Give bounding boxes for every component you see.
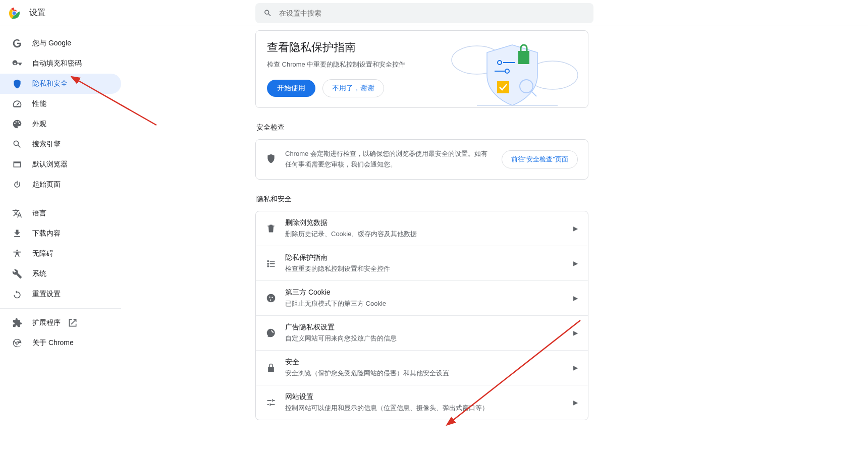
row-third-party-cookies[interactable]: 第三方 Cookie 已阻止无痕模式下的第三方 Cookie ▶ <box>256 280 588 315</box>
sidebar-item-label: 您与 Google <box>32 39 71 48</box>
chevron-right-icon: ▶ <box>573 295 578 302</box>
sidebar-item-you-and-google[interactable]: 您与 Google <box>0 33 121 53</box>
row-subtitle: 控制网站可以使用和显示的信息（位置信息、摄像头、弹出式窗口等） <box>285 404 573 413</box>
sidebar-item-label: 下载内容 <box>32 229 61 238</box>
sidebar-item-label: 搜索引擎 <box>32 140 61 149</box>
sidebar-separator <box>0 308 121 309</box>
sidebar-item-performance[interactable]: 性能 <box>0 94 121 114</box>
svg-rect-10 <box>497 81 509 93</box>
sidebar-item-autofill[interactable]: 自动填充和密码 <box>0 53 121 74</box>
sidebar-item-label: 起始页面 <box>32 180 61 189</box>
chrome-outline-icon <box>12 338 22 348</box>
row-title: 广告隐私权设置 <box>285 323 573 332</box>
key-icon <box>12 59 22 69</box>
row-subtitle: 删除历史记录、Cookie、缓存内容及其他数据 <box>285 230 573 239</box>
safety-check-card: Chrome 会定期进行检查，以确保您的浏览器使用最安全的设置。如有任何事项需要… <box>255 139 588 180</box>
svg-line-12 <box>531 91 536 96</box>
reset-icon <box>12 289 22 299</box>
sidebar-item-label: 扩展程序 <box>32 318 61 327</box>
row-security[interactable]: 安全 安全浏览（保护您免受危险网站的侵害）和其他安全设置 ▶ <box>256 350 588 385</box>
sidebar-item-label: 性能 <box>32 99 46 108</box>
row-subtitle: 安全浏览（保护您免受危险网站的侵害）和其他安全设置 <box>285 369 573 378</box>
privacy-guide-card: 查看隐私保护指南 检查 Chrome 中重要的隐私控制设置和安全控件 开始使用 … <box>255 30 588 108</box>
svg-rect-9 <box>518 51 529 64</box>
sidebar-item-on-startup[interactable]: 起始页面 <box>0 175 121 195</box>
translate-icon <box>12 208 22 218</box>
row-title: 第三方 Cookie <box>285 288 573 297</box>
search-icon <box>12 139 22 149</box>
extension-icon <box>12 318 22 328</box>
page-title: 设置 <box>29 8 45 18</box>
safety-check-heading: 安全检查 <box>256 123 588 132</box>
sidebar-item-default-browser[interactable]: 默认浏览器 <box>0 154 121 175</box>
lock-icon <box>266 363 276 373</box>
sidebar-item-label: 外观 <box>32 120 46 129</box>
sidebar-item-languages[interactable]: 语言 <box>0 203 121 223</box>
row-subtitle: 自定义网站可用来向您投放广告的信息 <box>285 334 573 343</box>
row-title: 删除浏览数据 <box>285 218 573 228</box>
shield-icon <box>266 153 276 165</box>
sidebar-item-reset[interactable]: 重置设置 <box>0 284 121 304</box>
power-icon <box>12 180 22 190</box>
sidebar-item-label: 系统 <box>32 269 46 278</box>
row-title: 安全 <box>285 358 573 367</box>
sidebar-item-accessibility[interactable]: 无障碍 <box>0 244 121 264</box>
cookie-icon <box>266 293 276 303</box>
chevron-right-icon: ▶ <box>573 260 578 267</box>
sidebar-separator <box>0 199 121 199</box>
sidebar-item-about[interactable]: 关于 Chrome <box>0 333 121 353</box>
sidebar-item-label: 隐私和安全 <box>32 79 68 88</box>
ads-icon <box>266 328 276 338</box>
palette-icon <box>12 119 22 129</box>
sidebar: 您与 Google 自动填充和密码 隐私和安全 性能 外观 搜索引擎 默认浏览器… <box>0 30 121 353</box>
go-safety-check-button[interactable]: 前往"安全检查"页面 <box>502 150 578 168</box>
speedometer-icon <box>12 99 22 109</box>
chevron-right-icon: ▶ <box>573 399 578 406</box>
row-title: 网站设置 <box>285 392 573 402</box>
accessibility-icon <box>12 249 22 259</box>
sidebar-item-label: 关于 Chrome <box>32 338 74 348</box>
row-subtitle: 检查重要的隐私控制设置和安全控件 <box>285 264 573 273</box>
sidebar-item-extensions[interactable]: 扩展程序 <box>0 313 121 333</box>
search-input[interactable] <box>279 9 585 17</box>
no-thanks-button[interactable]: 不用了，谢谢 <box>322 79 384 97</box>
row-clear-browsing-data[interactable]: 删除浏览数据 删除历史记录、Cookie、缓存内容及其他数据 ▶ <box>256 211 588 246</box>
privacy-list: 删除浏览数据 删除历史记录、Cookie、缓存内容及其他数据 ▶ 隐私保护指南 … <box>255 211 588 420</box>
sidebar-item-label: 重置设置 <box>32 290 61 299</box>
sidebar-item-system[interactable]: 系统 <box>0 264 121 284</box>
google-g-icon <box>12 38 22 48</box>
checklist-icon <box>266 258 276 268</box>
browser-icon <box>12 159 22 169</box>
chevron-right-icon: ▶ <box>573 364 578 371</box>
search-icon <box>263 9 272 18</box>
safety-check-text: Chrome 会定期进行检查，以确保您的浏览器使用最安全的设置。如有任何事项需要… <box>285 149 502 170</box>
row-subtitle: 已阻止无痕模式下的第三方 Cookie <box>285 299 573 308</box>
row-privacy-guide[interactable]: 隐私保护指南 检查重要的隐私控制设置和安全控件 ▶ <box>256 246 588 280</box>
chevron-right-icon: ▶ <box>573 225 578 232</box>
external-link-icon <box>68 318 78 328</box>
search-bar[interactable] <box>255 3 593 23</box>
sliders-icon <box>266 398 276 408</box>
row-ad-privacy[interactable]: 广告隐私权设置 自定义网站可用来向您投放广告的信息 ▶ <box>256 315 588 350</box>
sidebar-item-label: 无障碍 <box>32 249 53 258</box>
svg-point-2 <box>13 11 16 15</box>
chrome-logo-icon <box>8 7 20 19</box>
sidebar-item-label: 自动填充和密码 <box>32 59 82 68</box>
sidebar-item-label: 语言 <box>32 209 46 218</box>
sidebar-item-appearance[interactable]: 外观 <box>0 114 121 134</box>
main-content: 查看隐私保护指南 检查 Chrome 中重要的隐私控制设置和安全控件 开始使用 … <box>255 30 588 420</box>
download-icon <box>12 229 22 239</box>
row-site-settings[interactable]: 网站设置 控制网站可以使用和显示的信息（位置信息、摄像头、弹出式窗口等） ▶ <box>256 385 588 420</box>
chevron-right-icon: ▶ <box>573 329 578 336</box>
start-button[interactable]: 开始使用 <box>267 80 315 97</box>
privacy-illustration <box>447 35 578 108</box>
sidebar-item-privacy[interactable]: 隐私和安全 <box>0 74 121 94</box>
sidebar-item-search-engine[interactable]: 搜索引擎 <box>0 134 121 154</box>
trash-icon <box>266 223 276 234</box>
shield-icon <box>12 79 22 89</box>
sidebar-item-label: 默认浏览器 <box>32 160 68 169</box>
sidebar-item-downloads[interactable]: 下载内容 <box>0 223 121 244</box>
row-title: 隐私保护指南 <box>285 253 573 262</box>
privacy-heading: 隐私和安全 <box>256 195 588 204</box>
wrench-icon <box>12 269 22 279</box>
